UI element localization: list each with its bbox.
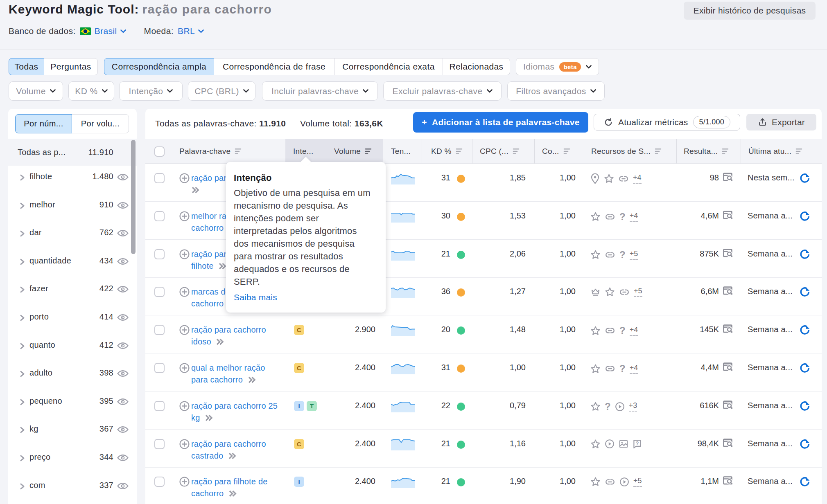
svg-text:?: ? bbox=[636, 441, 639, 446]
